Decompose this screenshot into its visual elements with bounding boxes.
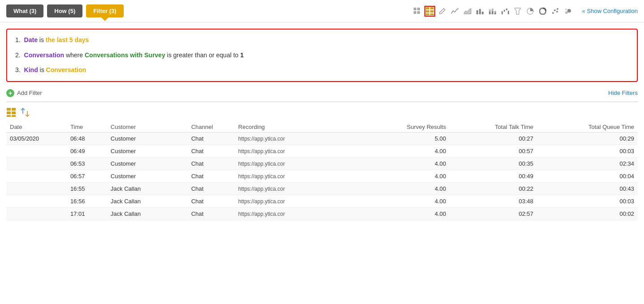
svg-rect-14	[489, 9, 491, 12]
cell-date: 03/05/2020	[6, 132, 67, 145]
pie-chart-icon[interactable]	[525, 6, 536, 17]
table-toolbar	[6, 107, 638, 117]
cell-recording[interactable]: https://app.ytica.cor	[235, 170, 369, 182]
area-chart-icon[interactable]	[462, 6, 473, 17]
table-row[interactable]: 03/05/202006:48CustomerChathttps://app.y…	[6, 132, 638, 145]
cell-recording[interactable]: https://app.ytica.cor	[235, 207, 369, 220]
what-button[interactable]: What (3)	[6, 4, 43, 17]
cell-channel: Chat	[188, 195, 235, 207]
columns-config-icon[interactable]	[20, 107, 30, 117]
table-view-icon[interactable]	[6, 107, 16, 117]
cell-time: 06:48	[67, 132, 107, 145]
cell-talk: 00:57	[450, 145, 537, 157]
cell-recording[interactable]: https://app.ytica.cor	[235, 195, 369, 207]
filter-item-2: 2. Conversation where Conversations with…	[15, 51, 629, 60]
cell-customer: Jack Callan	[107, 195, 188, 207]
svg-point-30	[557, 8, 558, 10]
filter-val-date: the last 5 days	[46, 36, 89, 43]
cell-talk: 00:49	[450, 170, 537, 182]
filter-val-survey: Conversations with Survey	[85, 51, 165, 59]
cell-recording[interactable]: https://app.ytica.cor	[235, 182, 369, 195]
how-button[interactable]: How (5)	[47, 4, 82, 17]
show-configuration-link[interactable]: « Show Configuration	[582, 8, 638, 14]
svg-rect-12	[482, 12, 484, 14]
svg-point-26	[541, 10, 544, 13]
table-row[interactable]: 06:49CustomerChathttps://app.ytica.cor4.…	[6, 145, 638, 157]
cell-survey: 4.00	[369, 157, 450, 170]
cell-channel: Chat	[188, 170, 235, 182]
cell-time: 06:57	[67, 170, 107, 182]
cell-queue: 00:43	[537, 182, 638, 195]
grid-small-icon[interactable]	[412, 6, 423, 17]
filter-op-3: is	[40, 66, 46, 73]
cell-queue: 00:03	[537, 145, 638, 157]
cell-talk: 00:27	[450, 132, 537, 145]
svg-rect-38	[7, 115, 11, 117]
col-header-time: Time	[67, 122, 107, 133]
svg-rect-36	[7, 111, 11, 114]
cell-queue: 00:03	[537, 195, 638, 207]
svg-rect-5	[430, 7, 434, 9]
table-row[interactable]: 06:57CustomerChathttps://app.ytica.cor4.…	[6, 170, 638, 182]
svg-marker-23	[514, 8, 521, 14]
cell-queue: 00:04	[537, 170, 638, 182]
svg-rect-9	[430, 13, 434, 15]
cell-time: 16:56	[67, 195, 107, 207]
cell-channel: Chat	[188, 132, 235, 145]
cell-customer: Customer	[107, 157, 188, 170]
svg-rect-3	[417, 11, 420, 14]
svg-rect-7	[430, 10, 434, 13]
filter-op-1: is	[39, 36, 46, 43]
table-row[interactable]: 16:56Jack CallanChathttps://app.ytica.co…	[6, 195, 638, 207]
svg-point-31	[565, 11, 568, 14]
table-row[interactable]: 17:01Jack CallanChathttps://app.ytica.co…	[6, 207, 638, 220]
stacked-bar-icon[interactable]	[487, 6, 498, 17]
svg-rect-1	[417, 8, 420, 10]
cell-talk: 00:35	[450, 157, 537, 170]
svg-rect-6	[426, 10, 429, 13]
cell-survey: 4.00	[369, 207, 450, 220]
svg-rect-20	[504, 10, 505, 12]
cell-time: 06:53	[67, 157, 107, 170]
funnel-icon[interactable]	[512, 6, 523, 17]
cell-queue: 02:34	[537, 157, 638, 170]
cell-channel: Chat	[188, 157, 235, 170]
viz-icons	[412, 6, 573, 17]
cell-talk: 00:22	[450, 182, 537, 195]
svg-point-32	[567, 9, 571, 13]
filter-button[interactable]: Filter (3)	[86, 4, 123, 17]
table-row[interactable]: 16:55Jack CallanChathttps://app.ytica.co…	[6, 182, 638, 195]
add-filter-button[interactable]: + Add Filter	[6, 89, 42, 97]
cell-time: 16:55	[67, 182, 107, 195]
bubble-icon[interactable]	[562, 6, 573, 17]
line-chart-icon[interactable]	[450, 6, 460, 17]
svg-point-27	[552, 12, 554, 14]
cell-time: 06:49	[67, 145, 107, 157]
svg-rect-37	[12, 111, 16, 114]
waterfall-chart-icon[interactable]	[500, 6, 510, 17]
cell-recording[interactable]: https://app.ytica.cor	[235, 157, 369, 170]
cell-date	[6, 157, 67, 170]
cell-survey: 4.00	[369, 145, 450, 157]
donut-chart-icon[interactable]	[537, 6, 548, 17]
add-filter-label: Add Filter	[17, 90, 42, 96]
filter-key-conversation: Conversation	[24, 51, 64, 59]
cell-queue: 00:29	[537, 132, 638, 145]
col-header-channel: Channel	[188, 122, 235, 133]
cell-channel: Chat	[188, 182, 235, 195]
hide-filters-link[interactable]: Hide Filters	[608, 90, 638, 96]
svg-rect-11	[479, 9, 481, 14]
table-row[interactable]: 06:53CustomerChathttps://app.ytica.cor4.…	[6, 157, 638, 170]
edit-icon[interactable]	[437, 6, 448, 17]
svg-rect-8	[426, 13, 429, 15]
cell-recording[interactable]: https://app.ytica.cor	[235, 132, 369, 145]
scatter-icon[interactable]	[550, 6, 561, 17]
cell-survey: 5.00	[369, 132, 450, 145]
filter-val-kind: Conversation	[46, 66, 86, 73]
col-header-survey: Survey Results	[369, 122, 450, 133]
cell-channel: Chat	[188, 145, 235, 157]
svg-rect-34	[7, 108, 11, 111]
table-grid-icon[interactable]	[424, 6, 435, 17]
cell-recording[interactable]: https://app.ytica.cor	[235, 145, 369, 157]
bar-chart-icon[interactable]	[475, 6, 485, 17]
